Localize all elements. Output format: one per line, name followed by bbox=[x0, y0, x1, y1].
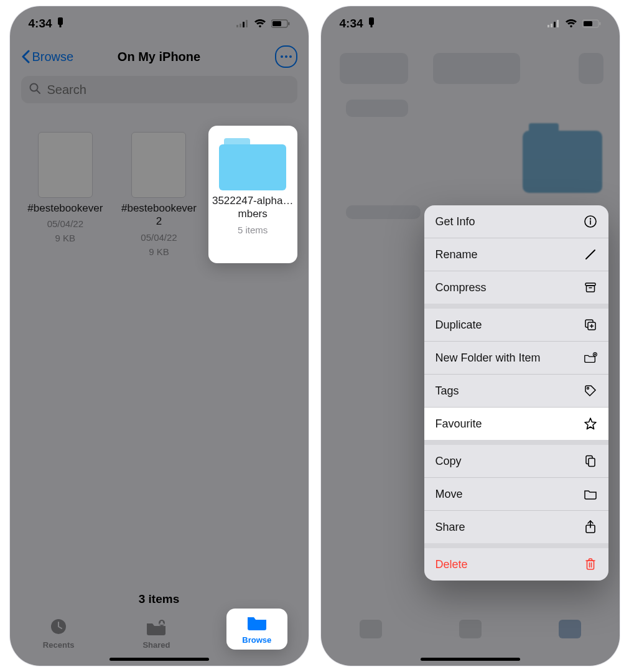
svg-rect-1 bbox=[59, 25, 61, 27]
location-icon bbox=[56, 17, 65, 30]
back-label: Browse bbox=[32, 50, 74, 64]
svg-rect-0 bbox=[58, 17, 63, 25]
file-item[interactable]: #bestebookever 05/04/22 9 KB bbox=[21, 126, 110, 263]
info-icon bbox=[584, 215, 597, 228]
folder-count: 5 items bbox=[238, 225, 268, 235]
file-size: 9 KB bbox=[149, 246, 169, 257]
location-icon bbox=[367, 17, 376, 30]
menu-label: Copy bbox=[436, 455, 462, 468]
tag-icon bbox=[584, 384, 597, 398]
menu-label: Tags bbox=[436, 385, 459, 398]
back-button[interactable]: Browse bbox=[21, 50, 74, 64]
footer: 3 items Recents Shared bbox=[10, 591, 309, 666]
tab-shared[interactable]: Shared bbox=[128, 618, 184, 650]
menu-copy[interactable]: Copy bbox=[424, 445, 608, 477]
menu-compress[interactable]: Compress bbox=[424, 271, 608, 304]
search-input[interactable] bbox=[46, 82, 290, 98]
search-field[interactable] bbox=[21, 76, 297, 103]
svg-rect-5 bbox=[246, 20, 248, 27]
svg-rect-7 bbox=[273, 21, 281, 26]
file-grid: #bestebookever 05/04/22 9 KB #bestebooke… bbox=[10, 107, 309, 282]
menu-share[interactable]: Share bbox=[424, 511, 608, 543]
svg-rect-38 bbox=[589, 459, 595, 467]
svg-rect-15 bbox=[370, 25, 372, 27]
tab-browse[interactable]: Browse bbox=[226, 609, 287, 650]
file-item[interactable]: #bestebookever 2 05/04/22 9 KB bbox=[114, 126, 203, 263]
svg-point-36 bbox=[587, 388, 589, 390]
search-icon bbox=[29, 82, 41, 98]
folder-icon bbox=[246, 614, 268, 633]
menu-label: Duplicate bbox=[436, 319, 482, 332]
menu-duplicate[interactable]: Duplicate bbox=[424, 309, 608, 341]
signal-icon bbox=[547, 20, 560, 27]
copy-icon bbox=[584, 454, 597, 468]
menu-label: Get Info bbox=[436, 215, 475, 228]
home-indicator[interactable] bbox=[109, 658, 209, 661]
signal-icon bbox=[236, 20, 249, 27]
svg-rect-18 bbox=[554, 22, 556, 27]
svg-rect-22 bbox=[599, 22, 601, 26]
file-name: #bestebookever bbox=[27, 202, 103, 215]
svg-line-10 bbox=[37, 90, 40, 93]
tab-label: Browse bbox=[242, 635, 271, 645]
folder-icon bbox=[584, 487, 597, 501]
svg-rect-16 bbox=[547, 25, 549, 27]
svg-rect-17 bbox=[551, 24, 552, 27]
svg-point-24 bbox=[589, 218, 590, 220]
context-menu: Get Info Rename Compress D bbox=[424, 205, 608, 581]
svg-rect-2 bbox=[236, 25, 238, 27]
menu-get-info[interactable]: Get Info bbox=[424, 205, 608, 238]
folder-icon bbox=[219, 138, 286, 190]
dim-overlay bbox=[10, 6, 309, 666]
item-count: 3 items bbox=[139, 592, 179, 606]
ellipsis-icon bbox=[281, 55, 292, 58]
svg-rect-25 bbox=[590, 220, 591, 225]
menu-label: Rename bbox=[436, 248, 478, 261]
share-icon bbox=[584, 520, 597, 534]
phone-left: 4:34 Browse On bbox=[10, 6, 309, 666]
menu-tags[interactable]: Tags bbox=[424, 375, 608, 407]
menu-new-folder[interactable]: New Folder with Item bbox=[424, 342, 608, 374]
home-indicator[interactable] bbox=[421, 658, 520, 661]
file-name: #bestebookever 2 bbox=[117, 202, 201, 228]
svg-rect-27 bbox=[586, 286, 594, 292]
star-icon bbox=[584, 417, 597, 431]
nav-bar: Browse On My iPhone bbox=[10, 41, 309, 72]
status-time: 4:34 bbox=[340, 17, 363, 30]
trash-icon bbox=[584, 558, 597, 571]
wifi-icon bbox=[565, 19, 577, 28]
archive-icon bbox=[584, 281, 597, 294]
menu-rename[interactable]: Rename bbox=[424, 238, 608, 271]
svg-rect-3 bbox=[240, 24, 241, 27]
menu-label: Move bbox=[436, 488, 463, 501]
menu-favourite[interactable]: Favourite bbox=[424, 408, 608, 440]
menu-label: New Folder with Item bbox=[436, 352, 541, 365]
file-thumb-icon bbox=[131, 132, 186, 198]
duplicate-icon bbox=[584, 318, 597, 332]
folder-item-selected[interactable]: 3522247-alpha…mbers 5 items bbox=[208, 126, 297, 263]
file-thumb-icon bbox=[38, 132, 93, 198]
svg-rect-4 bbox=[243, 22, 245, 27]
battery-icon bbox=[271, 19, 290, 28]
phone-right: 4:34 bbox=[321, 6, 620, 666]
tab-label: Shared bbox=[142, 640, 170, 650]
tab-recents[interactable]: Recents bbox=[30, 617, 86, 650]
svg-point-9 bbox=[30, 83, 37, 91]
shared-folder-icon bbox=[146, 618, 167, 638]
battery-icon bbox=[582, 19, 601, 28]
status-bar: 4:34 bbox=[321, 6, 620, 41]
menu-label: Delete bbox=[436, 558, 468, 571]
svg-rect-40 bbox=[587, 561, 594, 569]
more-button[interactable] bbox=[275, 45, 297, 68]
wifi-icon bbox=[254, 19, 266, 28]
file-date: 05/04/22 bbox=[47, 218, 83, 229]
menu-move[interactable]: Move bbox=[424, 478, 608, 510]
svg-rect-8 bbox=[288, 22, 290, 26]
menu-delete[interactable]: Delete bbox=[424, 548, 608, 581]
file-size: 9 KB bbox=[55, 233, 76, 243]
menu-label: Favourite bbox=[436, 418, 482, 431]
svg-rect-19 bbox=[557, 20, 559, 27]
tab-label: Recents bbox=[43, 640, 75, 650]
pencil-icon bbox=[584, 248, 597, 261]
status-bar: 4:34 bbox=[10, 6, 309, 41]
